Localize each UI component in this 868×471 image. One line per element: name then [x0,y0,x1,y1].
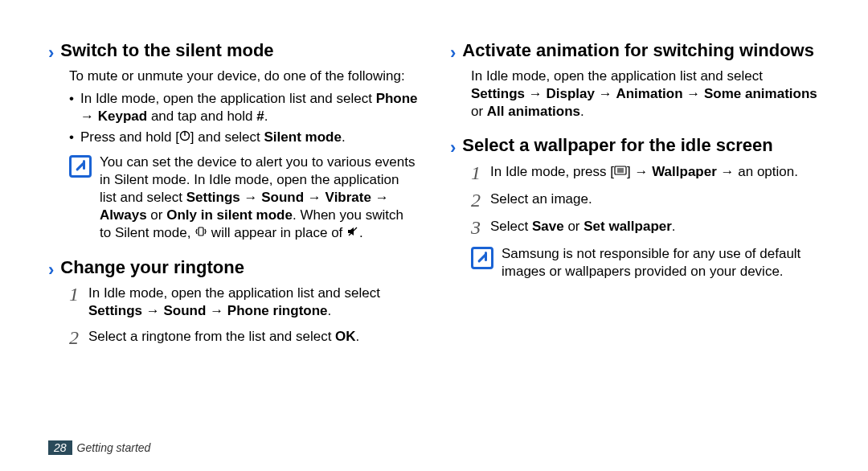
wallpaper-steps: 1 In Idle mode, press [] → Wallpaper → a… [471,163,820,237]
step-number: 3 [471,218,490,237]
section-ringtone: › Change your ringtone 1 In Idle mode, o… [48,257,418,347]
bullet-press-hold: Press and hold [] and select Silent mode… [69,129,418,147]
silent-intro: To mute or unmute your device, do one of… [69,68,418,85]
silent-bullets: In Idle mode, open the application list … [69,90,418,147]
step-number: 1 [69,285,88,304]
step-number: 2 [471,190,490,210]
power-icon [179,129,190,146]
left-column: › Switch to the silent mode To mute or u… [48,40,418,362]
step-number: 2 [69,328,88,347]
step-number: 1 [471,163,490,182]
note-wallpaper: Samsung is not responsible for any use o… [471,245,820,281]
note-silent-text: You can set the device to alert you to v… [100,154,418,243]
wallpaper-step-1: 1 In Idle mode, press [] → Wallpaper → a… [471,163,820,182]
page-number: 28 [48,440,72,455]
heading-ringtone: Change your ringtone [60,257,244,278]
heading-animation: Activate animation for switching windows [462,40,814,61]
note-silent: You can set the device to alert you to v… [69,154,418,243]
chapter-name: Getting started [77,441,151,454]
note-wallpaper-text: Samsung is not responsible for any use o… [502,245,820,281]
content-columns: › Switch to the silent mode To mute or u… [48,40,820,362]
section-wallpaper: › Select a wallpaper for the idle screen… [450,135,820,280]
bullet-phone-keypad: In Idle mode, open the application list … [69,90,418,125]
menu-icon [614,162,627,180]
wallpaper-step-2: 2 Select an image. [471,190,820,210]
page-footer: 28 Getting started [48,440,150,455]
animation-para: In Idle mode, open the application list … [471,68,820,121]
vibrate-icon [194,224,207,242]
heading-wallpaper: Select a wallpaper for the idle screen [462,135,772,156]
note-icon [471,247,493,269]
wallpaper-step-3: 3 Select Save or Set wallpaper. [471,218,820,237]
note-icon [69,155,92,178]
chevron-right-icon: › [48,257,54,280]
ringtone-step-2: 2 Select a ringtone from the list and se… [69,328,418,347]
chevron-right-icon: › [450,135,456,158]
section-silent-mode: › Switch to the silent mode To mute or u… [48,40,418,243]
chevron-right-icon: › [48,40,54,63]
section-animation: › Activate animation for switching windo… [450,40,820,121]
heading-silent-mode: Switch to the silent mode [60,40,273,61]
chevron-right-icon: › [450,40,456,63]
svg-rect-2 [199,227,203,236]
mute-icon [346,224,359,242]
ringtone-steps: 1 In Idle mode, open the application lis… [69,285,418,347]
ringtone-step-1: 1 In Idle mode, open the application lis… [69,285,418,320]
right-column: › Activate animation for switching windo… [450,40,820,362]
